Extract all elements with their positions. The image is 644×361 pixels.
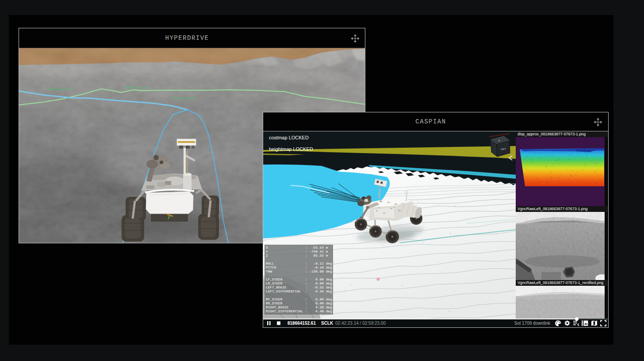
svg-text:costmap LOCKED: costmap LOCKED (269, 135, 309, 140)
svg-text:Msbikatom_02: Msbikatom_02 (172, 96, 196, 100)
svg-text:LEFT: LEFT (501, 148, 506, 150)
svg-text:Msbikatch_07: Msbikatch_07 (125, 86, 149, 89)
svg-text:Msbikatch_04: Msbikatch_04 (49, 88, 73, 91)
svg-text:SCLK: SCLK (321, 321, 334, 326)
svg-text:heightmap LOCKED: heightmap LOCKED (269, 146, 313, 152)
svg-text:Sol 1709 downlink: Sol 1709 downlink (514, 321, 551, 326)
svg-text:02:42:23.14 / 02:59:23.00: 02:42:23.14 / 02:59:23.00 (335, 321, 386, 326)
svg-text:818664152.61: 818664152.61 (288, 321, 316, 326)
